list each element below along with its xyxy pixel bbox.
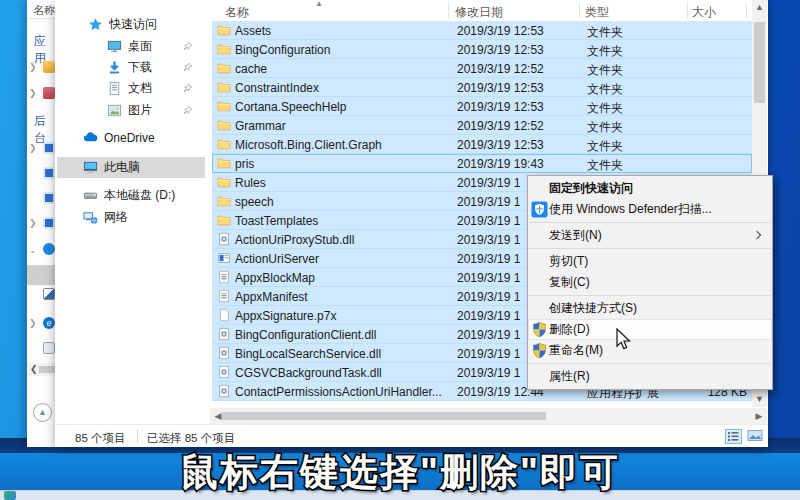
- sidebar-item-label: 下载: [128, 59, 152, 76]
- menu-item-delete[interactable]: 删除(D): [528, 319, 772, 340]
- column-header-size[interactable]: 大小: [692, 4, 716, 21]
- menu-item-create-shortcut[interactable]: 创建快捷方式(S): [528, 298, 772, 319]
- sidebar-item-this-pc[interactable]: 此电脑: [57, 157, 205, 178]
- uac-shield-icon: [531, 321, 548, 338]
- file-row[interactable]: Cortana.SpeechHelp2019/3/19 12:53文件夹: [212, 97, 752, 116]
- file-date: 2019/3/19 1: [457, 252, 520, 266]
- collapse-circle-icon[interactable]: ▲: [33, 403, 52, 422]
- xml-icon: [217, 289, 231, 303]
- network-icon: [83, 210, 98, 225]
- scroll-down-icon[interactable]: ▼: [752, 392, 767, 407]
- file-name: BingLocalSearchService.dll: [235, 347, 450, 361]
- menu-item-label: 复制(C): [549, 275, 590, 289]
- expander-icon[interactable]: ❯: [29, 318, 39, 328]
- item-count: 85 个项目: [75, 431, 126, 446]
- column-divider[interactable]: [687, 2, 688, 19]
- column-divider[interactable]: [448, 2, 449, 19]
- cloud-icon: [83, 130, 98, 145]
- column-header-name[interactable]: 名称: [225, 4, 249, 21]
- file-row[interactable]: ConstraintIndex2019/3/19 12:53文件夹: [212, 78, 752, 97]
- dll-icon: [217, 384, 231, 398]
- file-row[interactable]: Assets2019/3/19 12:53文件夹: [212, 21, 752, 40]
- bgwin-process-icon: [43, 142, 55, 154]
- file-date: 2019/3/19 12:53: [457, 138, 544, 152]
- menu-item-cut[interactable]: 剪切(T): [528, 251, 772, 272]
- column-divider[interactable]: [579, 2, 580, 19]
- horizontal-scrollbar-thumb[interactable]: [222, 412, 546, 420]
- file-row[interactable]: cache2019/3/19 12:52文件夹: [212, 59, 752, 78]
- sidebar-item-onedrive[interactable]: OneDrive: [57, 127, 205, 148]
- file-row[interactable]: BingConfiguration2019/3/19 12:53文件夹: [212, 40, 752, 59]
- file-name: AppxSignature.p7x: [235, 309, 450, 323]
- folder-icon: [217, 213, 231, 227]
- scroll-up-icon[interactable]: ▲: [752, 0, 767, 15]
- file-name: Grammar: [235, 119, 450, 133]
- folder-icon: [217, 99, 231, 113]
- menu-item-defender-scan[interactable]: 使用 Windows Defender扫描...: [528, 199, 772, 220]
- file-row[interactable]: Grammar2019/3/19 12:52文件夹: [212, 116, 752, 135]
- file-name: ConstraintIndex: [235, 81, 450, 95]
- file-date: 2019/3/19 1: [457, 271, 520, 285]
- file-list-header: 名称 修改日期 类型 大小 ▲: [210, 0, 752, 21]
- bgwin-process-icon: [43, 217, 55, 229]
- sidebar-item-documents[interactable]: 文档: [57, 78, 205, 99]
- desktop-icon: [107, 39, 122, 54]
- file-row[interactable]: Microsoft.Bing.Client.Graph2019/3/19 12:…: [212, 135, 752, 154]
- file-name: cache: [235, 62, 450, 76]
- sidebar-item-network[interactable]: 网络: [57, 207, 205, 228]
- file-date: 2019/3/19 12:53: [457, 24, 544, 38]
- file-name: ToastTemplates: [235, 214, 450, 228]
- folder-icon: [217, 175, 231, 189]
- sidebar-item-quick-access[interactable]: 快速访问: [57, 14, 205, 35]
- sidebar-item-local-disk-d[interactable]: 本地磁盘 (D:): [57, 185, 205, 206]
- column-header-type[interactable]: 类型: [585, 4, 609, 21]
- details-view-button[interactable]: [725, 429, 742, 444]
- menu-item-pin-to-quick-access[interactable]: 固定到快速访问: [528, 178, 772, 199]
- bgwin-selected-row[interactable]: [27, 265, 56, 285]
- sidebar-item-label: 桌面: [128, 38, 152, 55]
- file-name: Rules: [235, 176, 450, 190]
- column-divider[interactable]: [746, 2, 747, 19]
- sidebar-item-label: 文档: [128, 80, 152, 97]
- sidebar-item-downloads[interactable]: 下载: [57, 57, 205, 78]
- thumbnail-view-button[interactable]: [747, 429, 764, 444]
- menu-item-copy[interactable]: 复制(C): [528, 272, 772, 293]
- file-name: AppxManifest: [235, 290, 450, 304]
- sort-ascending-icon: ▲: [315, 0, 323, 8]
- dll-icon: [217, 232, 231, 246]
- file-row[interactable]: pris2019/3/19 19:43文件夹: [212, 154, 752, 173]
- sidebar-item-label: 本地磁盘 (D:): [104, 187, 175, 204]
- file-type: 文件夹: [587, 81, 623, 98]
- uac-shield-icon: [531, 342, 548, 359]
- file-date: 2019/3/19 1: [457, 309, 520, 323]
- vertical-scrollbar-thumb[interactable]: [754, 22, 765, 103]
- expander-icon[interactable]: ❯: [29, 62, 39, 72]
- expander-icon[interactable]: ❯: [29, 88, 39, 98]
- menu-item-properties[interactable]: 属性(R): [528, 366, 772, 387]
- menu-item-label: 创建快捷方式(S): [549, 301, 637, 315]
- bgwin-process-icon: [43, 342, 55, 354]
- mouse-cursor-icon: [615, 328, 632, 355]
- menu-item-rename[interactable]: 重命名(M): [528, 340, 772, 361]
- sidebar-item-pictures[interactable]: 图片: [57, 100, 205, 121]
- sidebar-item-desktop[interactable]: 桌面: [57, 36, 205, 57]
- file-name: ContactPermissionsActionUriHandler...: [235, 385, 450, 399]
- download-icon: [107, 60, 122, 75]
- file-name: ActionUriServer: [235, 252, 450, 266]
- file-date: 2019/3/19 1: [457, 214, 520, 228]
- expander-icon[interactable]: ❯: [29, 143, 39, 153]
- column-header-date[interactable]: 修改日期: [455, 4, 503, 21]
- bgwin-process-icon: [43, 192, 55, 204]
- expander-icon[interactable]: ❯: [29, 218, 39, 228]
- pictures-icon: [107, 103, 122, 118]
- scroll-left-icon[interactable]: ❮: [30, 364, 38, 374]
- bgwin-scrollbar-thumb[interactable]: [39, 366, 56, 373]
- menu-item-label: 删除(D): [549, 322, 590, 336]
- collapse-icon[interactable]: ⌄: [29, 245, 39, 255]
- file-date: 2019/3/19 1: [457, 233, 520, 247]
- edge-icon: e: [43, 317, 55, 329]
- menu-item-send-to[interactable]: 发送到(N): [528, 225, 772, 246]
- scroll-right-icon[interactable]: ▶: [752, 409, 766, 423]
- pin-icon: [182, 83, 193, 94]
- bgwin-header-divider: [27, 18, 56, 19]
